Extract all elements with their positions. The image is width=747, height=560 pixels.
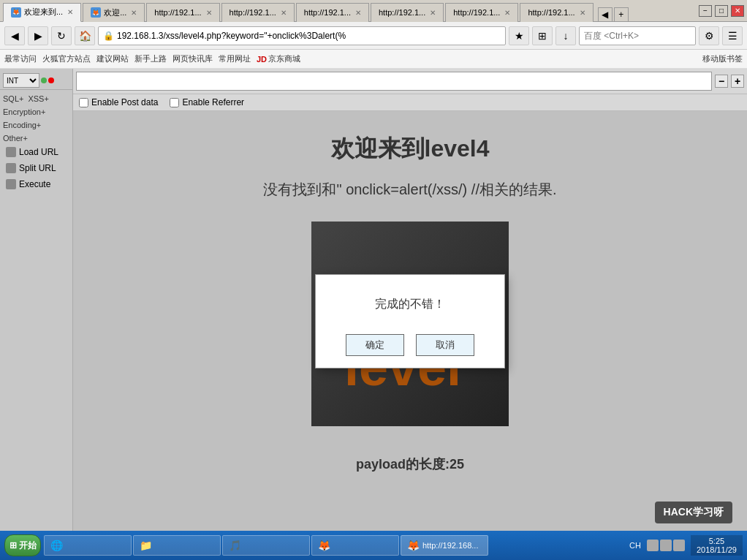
enable-referrer-label[interactable]: Enable Referrer [170, 97, 244, 107]
taskbar-media-icon[interactable]: 🎵 [222, 535, 310, 556]
download-btn[interactable]: ↓ [555, 26, 576, 45]
sidebar-toolbar: INT [0, 72, 72, 90]
tab-4[interactable]: http://192.1... ✕ [221, 3, 295, 22]
taskbar-firefox-icon-img: 🦊 [318, 540, 330, 551]
tab-1[interactable]: 🦊 欢迎来到... ✕ [3, 3, 81, 22]
dialog-content: 完成的不错！ [316, 275, 504, 327]
dialog: 完成的不错！ 确定 取消 [315, 274, 505, 368]
taskbar-folder-icon-img: 📁 [140, 540, 152, 551]
load-url-item[interactable]: Load URL [0, 144, 72, 160]
taskbar: ⊞ 开始 🌐 📁 🎵 🦊 🦊 http://192.168... CH [0, 531, 747, 560]
window-controls: − □ ✕ [699, 5, 744, 17]
start-button[interactable]: ⊞ 开始 [4, 534, 41, 556]
encoding-menu[interactable]: Encoding+ [3, 121, 41, 129]
tab-actions: ◀ + [595, 7, 632, 22]
taskbar-firefox-icon[interactable]: 🦊 [311, 535, 399, 556]
taskbar-ie-icon: 🌐 [50, 540, 63, 551]
mobile-bookmark[interactable]: 移动版书签 [702, 53, 743, 64]
new-tab-btn[interactable]: + [614, 7, 629, 22]
tab-8[interactable]: http://192.1... ✕ [520, 3, 593, 22]
tab-6-close[interactable]: ✕ [430, 9, 436, 17]
menu-btn[interactable]: ☰ [722, 26, 743, 45]
bookmark-2[interactable]: 火狐官方站点 [42, 53, 91, 64]
tab-3-label: http://192.1... [154, 8, 201, 17]
back-btn[interactable]: ◀ [4, 26, 25, 45]
xss-menu[interactable]: XSS+ [28, 94, 48, 103]
tab-1-label: 欢迎来到... [24, 7, 63, 18]
taskbar-volume-icon[interactable] [647, 540, 659, 551]
close-btn[interactable]: ✕ [731, 5, 744, 17]
dialog-message: 完成的不错！ [375, 298, 445, 310]
bookmark-1[interactable]: 最常访问 [4, 53, 37, 64]
taskbar-system-icons [647, 540, 685, 551]
search-bar-container [579, 26, 696, 45]
tab-2-icon: 🦊 [91, 7, 101, 18]
dialog-cancel-btn[interactable]: 取消 [416, 334, 474, 356]
bookmark-3[interactable]: 建议网站 [96, 53, 129, 64]
encryption-menu[interactable]: Encryption+ [3, 107, 45, 116]
taskbar-clock: 5:25 2018/11/29 [691, 535, 743, 556]
home-btn[interactable]: 🏠 [75, 26, 95, 45]
other-menu[interactable]: Other+ [3, 134, 28, 143]
enable-referrer-checkbox[interactable] [170, 98, 179, 107]
scroll-tabs-left[interactable]: ◀ [598, 7, 613, 22]
taskbar-active-item[interactable]: 🦊 http://192.168... [401, 535, 488, 556]
tab-list: 🦊 欢迎来到... ✕ 🦊 欢迎... ✕ http://192.1... ✕ … [3, 0, 699, 22]
tab-4-close[interactable]: ✕ [281, 9, 287, 17]
tab-7[interactable]: http://192.1... ✕ [445, 3, 518, 22]
taskbar-network-icon[interactable] [660, 540, 672, 551]
url-input[interactable] [81, 76, 707, 86]
plus-btn[interactable]: + [731, 75, 744, 88]
tab-5[interactable]: http://192.1... ✕ [296, 3, 369, 22]
address-bar[interactable] [117, 31, 501, 41]
taskbar-folder-icon[interactable]: 📁 [133, 535, 221, 556]
bookmark-5[interactable]: 网页快讯库 [172, 53, 213, 64]
enable-post-checkbox[interactable] [79, 98, 88, 107]
dialog-buttons: 确定 取消 [316, 327, 504, 368]
taskbar-date: 2018/11/29 [697, 545, 737, 554]
lock-icon: 🔒 [103, 31, 114, 41]
bookmark-4[interactable]: 新手上路 [134, 53, 167, 64]
forward-btn[interactable]: ▶ [28, 26, 48, 45]
execute-icon [6, 179, 16, 189]
bookmark-6[interactable]: 常用网址 [219, 53, 251, 64]
minus-btn[interactable]: − [715, 75, 728, 88]
taskbar-browser-icon[interactable]: 🌐 [44, 535, 132, 556]
execute-item[interactable]: Execute [0, 176, 72, 192]
tab-7-close[interactable]: ✕ [504, 9, 510, 17]
bookmarks-bar: 最常访问 火狐官方站点 建议网站 新手上路 网页快讯库 常用网址 JD 京东商城… [0, 50, 747, 69]
green-dot [41, 77, 47, 83]
checkbox-row: Enable Post data Enable Referrer [73, 94, 747, 111]
search-input[interactable] [584, 31, 694, 41]
minimize-btn[interactable]: − [699, 5, 712, 17]
devtools-btn[interactable]: ⚙ [699, 26, 719, 45]
tab-5-label: http://192.1... [304, 8, 351, 17]
tab-2-close[interactable]: ✕ [131, 9, 137, 17]
restore-btn[interactable]: □ [715, 5, 728, 17]
bookmark-list-btn[interactable]: ⊞ [532, 26, 553, 45]
int-select[interactable]: INT [3, 73, 39, 88]
tab-3[interactable]: http://192.1... ✕ [146, 3, 219, 22]
tab-1-icon: 🦊 [11, 7, 21, 18]
tab-5-close[interactable]: ✕ [355, 9, 361, 17]
enable-post-label[interactable]: Enable Post data [79, 97, 158, 107]
taskbar-battery-icon[interactable] [673, 540, 685, 551]
reload-btn[interactable]: ↻ [51, 26, 72, 45]
sql-menu[interactable]: SQL+ [3, 94, 23, 103]
tab-2[interactable]: 🦊 欢迎... ✕ [83, 3, 145, 22]
red-dot [48, 77, 54, 83]
bookmark-7[interactable]: JD 京东商城 [257, 53, 300, 64]
taskbar-media-icon-img: 🎵 [229, 540, 241, 551]
taskbar-items: 🌐 📁 🎵 🦊 🦊 http://192.168... [44, 535, 626, 556]
bookmark-star-btn[interactable]: ★ [509, 26, 529, 45]
tab-2-label: 欢迎... [104, 7, 126, 18]
sidebar-menu-bar: SQL+ XSS+ Encryption+ Encoding+ Other+ [0, 93, 72, 144]
dialog-confirm-btn[interactable]: 确定 [346, 334, 404, 356]
split-url-item[interactable]: Split URL [0, 160, 72, 176]
tab-8-close[interactable]: ✕ [580, 9, 585, 17]
dialog-overlay: 完成的不错！ 确定 取消 [73, 111, 747, 531]
address-bar-container: 🔒 [98, 26, 506, 45]
tab-1-close[interactable]: ✕ [67, 8, 73, 16]
tab-6[interactable]: http://192.1... ✕ [371, 3, 444, 22]
tab-3-close[interactable]: ✕ [206, 9, 212, 17]
